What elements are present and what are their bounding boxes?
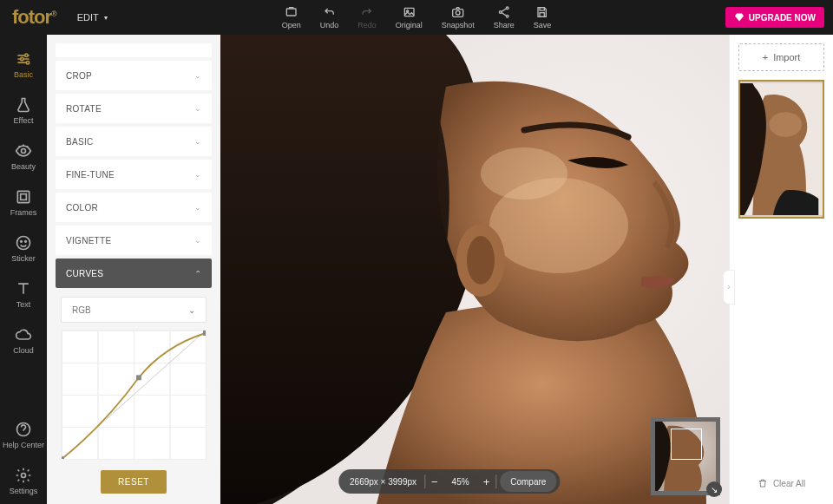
rail-text[interactable]: Text xyxy=(0,272,47,317)
svg-rect-0 xyxy=(286,9,296,16)
svg-rect-8 xyxy=(540,8,544,10)
app-header: fotor® EDIT ▾ Open Undo Redo Original Sn… xyxy=(0,0,833,35)
sidebar-expand-button[interactable]: › xyxy=(723,270,735,304)
svg-point-5 xyxy=(506,7,508,10)
navigator-preview xyxy=(655,422,716,491)
svg-rect-24 xyxy=(203,331,206,336)
accordion-rotate[interactable]: ROTATE⌄ xyxy=(56,94,212,123)
accordion-crop[interactable]: CROP⌄ xyxy=(56,61,212,90)
accordion-curves[interactable]: CURVES⌄ xyxy=(56,259,212,288)
mode-dropdown[interactable]: EDIT ▾ xyxy=(77,12,108,23)
upgrade-button[interactable]: UPGRADE NOW xyxy=(725,7,824,28)
trash-icon xyxy=(758,478,768,488)
reset-button[interactable]: RESET xyxy=(101,470,167,494)
rail-settings[interactable]: Settings xyxy=(0,458,47,504)
sticker-icon xyxy=(15,234,32,252)
curves-body: RGB ⌄ RESET xyxy=(56,291,212,494)
flask-icon xyxy=(15,96,32,114)
share-button[interactable]: Share xyxy=(494,5,515,29)
channel-select[interactable]: RGB ⌄ xyxy=(61,297,207,323)
svg-point-20 xyxy=(22,474,26,478)
svg-point-30 xyxy=(769,112,802,137)
svg-point-11 xyxy=(21,57,23,60)
chevron-down-icon: ⌄ xyxy=(194,203,201,212)
share-icon xyxy=(497,5,511,19)
logo-text: fotor xyxy=(12,6,51,28)
svg-point-26 xyxy=(481,147,567,200)
svg-point-6 xyxy=(499,11,502,14)
svg-point-4 xyxy=(456,10,460,15)
rail-basic[interactable]: Basic xyxy=(0,42,47,88)
import-button[interactable]: + Import xyxy=(738,43,824,71)
rail-frames[interactable]: Frames xyxy=(0,180,47,226)
svg-rect-1 xyxy=(404,8,414,16)
gear-icon xyxy=(15,467,32,484)
navigator-collapse-button[interactable]: ↘ xyxy=(706,481,722,497)
undo-icon xyxy=(322,5,336,19)
save-icon xyxy=(535,5,549,19)
svg-point-10 xyxy=(25,54,28,56)
canvas[interactable]: 2669px × 3999px − 45% + Compare ↘ xyxy=(220,35,729,504)
image-thumbnail[interactable] xyxy=(738,80,824,219)
compare-button[interactable]: Compare xyxy=(500,471,556,492)
zoom-bar: 2669px × 3999px − 45% + Compare xyxy=(338,469,560,494)
cloud-icon xyxy=(15,326,32,344)
zoom-out-button[interactable]: − xyxy=(425,475,444,488)
diamond-icon xyxy=(734,12,744,23)
rail-sticker[interactable]: Sticker xyxy=(0,226,47,272)
svg-point-7 xyxy=(506,15,508,17)
help-icon xyxy=(15,421,32,438)
panel-placeholder xyxy=(56,43,212,57)
canvas-dimensions: 2669px × 3999px xyxy=(342,469,424,494)
accordion-color[interactable]: COLOR⌄ xyxy=(56,193,212,222)
adjustment-panel: CROP⌄ ROTATE⌄ BASIC⌄ FINE-TUNE⌄ COLOR⌄ V… xyxy=(47,35,220,504)
accordion-basic[interactable]: BASIC⌄ xyxy=(56,127,212,156)
svg-rect-15 xyxy=(21,194,27,200)
rail-beauty[interactable]: Beauty xyxy=(0,134,47,180)
image-icon xyxy=(402,5,416,19)
logo-mark: ® xyxy=(51,10,56,18)
nav-rail: Basic Effect Beauty Frames Sticker Text … xyxy=(0,35,47,504)
camera-icon xyxy=(451,5,465,19)
zoom-in-button[interactable]: + xyxy=(477,475,496,488)
text-icon xyxy=(15,280,32,298)
rail-effect[interactable]: Effect xyxy=(0,88,47,134)
save-button[interactable]: Save xyxy=(534,5,552,29)
curves-graph[interactable] xyxy=(61,330,207,460)
eye-icon xyxy=(15,142,32,160)
chevron-down-icon: ⌄ xyxy=(194,104,201,113)
curve-line xyxy=(62,331,206,459)
right-sidebar: + Import › Clear All xyxy=(729,35,833,504)
accordion-fine-tune[interactable]: FINE-TUNE⌄ xyxy=(56,160,212,189)
svg-point-16 xyxy=(17,237,30,250)
redo-button: Redo xyxy=(357,5,377,29)
svg-rect-9 xyxy=(540,13,544,17)
chevron-down-icon: ⌄ xyxy=(194,137,201,146)
accordion-vignette[interactable]: VIGNETTE⌄ xyxy=(56,226,212,255)
snapshot-button[interactable]: Snapshot xyxy=(442,5,475,29)
chevron-down-icon: ▾ xyxy=(104,14,108,22)
navigator-viewport[interactable] xyxy=(671,429,702,460)
mode-label: EDIT xyxy=(77,12,99,23)
svg-point-17 xyxy=(21,241,23,243)
clear-all-button[interactable]: Clear All xyxy=(738,471,824,495)
svg-point-18 xyxy=(25,241,27,243)
rail-help-center[interactable]: Help Center xyxy=(0,412,47,458)
rail-cloud[interactable]: Cloud xyxy=(0,317,47,363)
chevron-down-icon: ⌄ xyxy=(188,305,195,315)
svg-rect-22 xyxy=(62,456,64,459)
chevron-down-icon: ⌄ xyxy=(194,170,201,179)
main-toolbar: Open Undo Redo Original Snapshot Share S… xyxy=(282,5,552,29)
redo-icon xyxy=(360,5,374,19)
navigator[interactable]: ↘ xyxy=(651,417,720,495)
open-button[interactable]: Open xyxy=(282,5,301,29)
svg-point-13 xyxy=(22,149,26,154)
undo-button[interactable]: Undo xyxy=(320,5,339,29)
svg-point-28 xyxy=(467,236,495,285)
frame-icon xyxy=(15,188,32,206)
chevron-down-icon: ⌄ xyxy=(194,71,201,80)
original-button[interactable]: Original xyxy=(396,5,423,29)
zoom-level: 45% xyxy=(444,469,477,494)
chevron-down-icon: ⌄ xyxy=(194,236,201,245)
svg-rect-23 xyxy=(136,375,141,380)
